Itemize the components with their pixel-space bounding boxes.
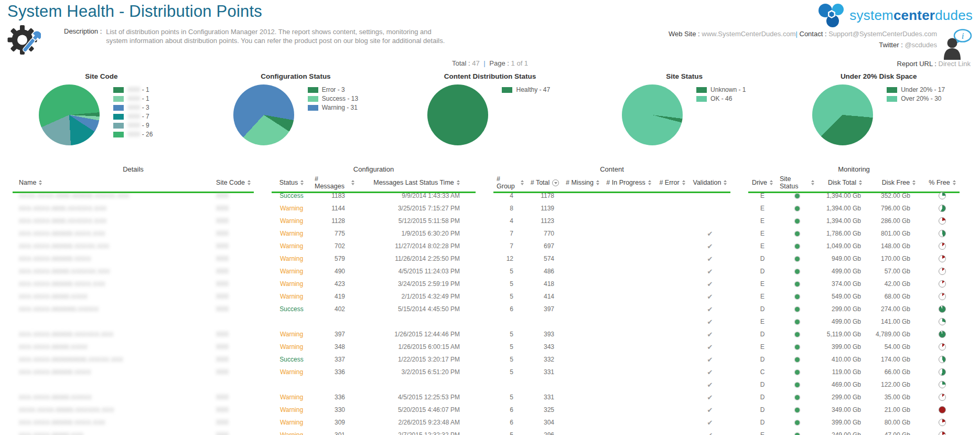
dp-error-count bbox=[655, 290, 690, 303]
dp-in-progress-count bbox=[602, 341, 655, 353]
dp-messages: 702 bbox=[311, 240, 358, 252]
dp-last-status-time: 5/12/2015 5:11:58 PM bbox=[358, 215, 476, 227]
legend-item: OK - 46 bbox=[696, 96, 747, 102]
table-row[interactable]: XXX-XXXX-00000.XXXX XXX Warning 419 2/1/… bbox=[13, 290, 964, 303]
dp-missing-count bbox=[563, 378, 602, 391]
sort-icon[interactable] bbox=[596, 180, 599, 185]
dp-last-status-time: 3/24/2015 2:59:19 PM bbox=[358, 278, 476, 290]
website-label: Web Site : bbox=[669, 30, 700, 38]
dp-drive: E bbox=[748, 278, 777, 290]
dp-error-count bbox=[655, 429, 690, 435]
dp-error-count bbox=[655, 378, 690, 391]
sort-icon[interactable] bbox=[953, 180, 956, 185]
validation-check-icon: ✔ bbox=[690, 328, 730, 341]
validation-check-icon: ✔ bbox=[690, 429, 730, 435]
site-status-dot-icon bbox=[777, 290, 817, 303]
table-row[interactable]: ✔ E 499.00 Gb 141.00 Gb bbox=[13, 315, 964, 328]
legend-count: - 17 bbox=[932, 87, 945, 93]
site-status-dot-icon bbox=[777, 353, 817, 366]
dp-site-code: XXX bbox=[191, 341, 254, 353]
dp-status: Warning bbox=[272, 252, 311, 265]
sort-icon[interactable] bbox=[39, 180, 42, 185]
sort-icon[interactable] bbox=[521, 180, 524, 185]
report-url-link[interactable]: Direct Link bbox=[939, 60, 971, 68]
validation-check-icon: ✔ bbox=[690, 391, 730, 404]
dp-drive: D bbox=[748, 416, 777, 429]
dp-missing-count bbox=[563, 252, 602, 265]
dp-disk-free: 286.00 Gb bbox=[873, 215, 925, 227]
legend-swatch bbox=[502, 87, 512, 93]
table-row[interactable]: XXX-XXXX-000000.XXXX.XXX XXX Warning 775… bbox=[13, 227, 964, 240]
table-row[interactable]: XXX-XXXX-000000.XXXX XXX Warning 579 11/… bbox=[13, 252, 964, 265]
dp-last-status-time bbox=[358, 378, 476, 391]
dp-last-status-time: 1/26/2015 6:00:15 AM bbox=[358, 341, 476, 353]
sort-icon[interactable] bbox=[648, 180, 651, 185]
dp-error-count bbox=[655, 341, 690, 353]
table-row[interactable]: XXX-XXXX-00000.XXX XXX Warning 301 2/7/2… bbox=[13, 429, 964, 435]
dp-group-count: 5 bbox=[493, 391, 527, 404]
sort-icon[interactable] bbox=[457, 180, 460, 185]
sort-icon[interactable] bbox=[351, 180, 354, 185]
website-link[interactable]: www.SystemCenterDudes.com bbox=[702, 30, 795, 38]
table-row[interactable]: XXX-XXXX-000000.XXXX.XXX XXX Warning 309… bbox=[13, 416, 964, 429]
dp-group-count: 5 bbox=[493, 290, 527, 303]
table-row[interactable]: XXX-XXXX-0000.XXXXXX.XXX XXX Warning 112… bbox=[13, 215, 964, 227]
sort-icon[interactable] bbox=[770, 180, 773, 185]
contact-link[interactable]: Support@SystemCenterDudes.com bbox=[828, 30, 937, 38]
dp-in-progress-count bbox=[602, 416, 655, 429]
dp-drive: D bbox=[748, 378, 777, 391]
dp-in-progress-count bbox=[602, 353, 655, 366]
table-row[interactable]: XXXX-XXXX-00000.XXXXXX.XXX XXX Warning 3… bbox=[13, 404, 964, 416]
table-row[interactable]: XXX-XXXX-0000000.XXXXX XXX Success 402 5… bbox=[13, 303, 964, 315]
table-row[interactable]: XXXX-XXXX-0000-000000.XXXXX.XXX XXX Succ… bbox=[13, 189, 964, 202]
sort-icon[interactable] bbox=[682, 180, 685, 185]
dp-in-progress-count bbox=[602, 328, 655, 341]
legend-label: Error bbox=[322, 87, 336, 93]
dp-disk-free: 122.00 Gb bbox=[873, 378, 925, 391]
dp-disk-total: 374.00 Gb bbox=[817, 278, 873, 290]
table-row[interactable]: XXX-XXXX-000000.XXXXXX.XXX XXX Warning 3… bbox=[13, 328, 964, 341]
sort-icon[interactable] bbox=[912, 180, 916, 185]
table-row[interactable]: ✔ D 469.00 Gb 122.00 Gb bbox=[13, 378, 964, 391]
table-row[interactable]: XXX-XXXX-000000.XXXXX.XXX XXX Warning 70… bbox=[13, 240, 964, 252]
sort-icon[interactable] bbox=[724, 180, 727, 185]
dp-group-count: 5 bbox=[493, 341, 527, 353]
pct-free-pie-icon bbox=[925, 227, 960, 240]
sort-desc-icon[interactable] bbox=[552, 179, 559, 186]
table-row[interactable]: XXX-XXXX-0000000000.XXXXX.XXX XXX Succes… bbox=[13, 353, 964, 366]
brand-logo-icon bbox=[817, 3, 846, 27]
dp-error-count bbox=[655, 353, 690, 366]
section-content: Content bbox=[493, 163, 730, 175]
description-text: List of distribution points in Configura… bbox=[106, 27, 451, 57]
sort-icon[interactable] bbox=[247, 180, 251, 185]
dp-error-count bbox=[655, 328, 690, 341]
legend-count: - 47 bbox=[537, 87, 550, 93]
dp-disk-free: 170.00 Gb bbox=[873, 252, 925, 265]
table-row[interactable]: XXX-XXXX-00000.XXXX XXX Warning 348 1/26… bbox=[13, 341, 964, 353]
dp-in-progress-count bbox=[602, 227, 655, 240]
table-row[interactable]: XXX-XXXX-000000.XXXX.XXX XXX Warning 423… bbox=[13, 278, 964, 290]
table-row[interactable]: XXX-XXXX-00000.XXXXXX.XXX XXX Warning 49… bbox=[13, 265, 964, 278]
dp-status: Warning bbox=[272, 429, 311, 435]
dp-in-progress-count bbox=[602, 366, 655, 378]
sort-icon[interactable] bbox=[859, 180, 862, 185]
dp-drive: E bbox=[748, 215, 777, 227]
dp-total-count: 574 bbox=[527, 252, 563, 265]
dp-last-status-time: 4/5/2015 12:25:53 PM bbox=[358, 391, 476, 404]
dp-in-progress-count bbox=[602, 252, 655, 265]
section-configuration: Configuration bbox=[272, 163, 476, 175]
table-row[interactable]: XXX-XXXX-00000.XXXXX XXX Warning 336 4/5… bbox=[13, 391, 964, 404]
table-row[interactable]: XXX-XXXX-0000.XXXXXX.XXX XXX Warning 114… bbox=[13, 202, 964, 215]
sort-icon[interactable] bbox=[811, 180, 814, 185]
pct-free-pie-icon bbox=[925, 353, 960, 366]
dp-status bbox=[272, 315, 311, 328]
dp-disk-free: 141.00 Gb bbox=[873, 315, 925, 328]
pct-free-pie-icon bbox=[925, 391, 960, 404]
sort-icon[interactable] bbox=[300, 180, 304, 185]
dp-last-status-time: 4/5/2015 11:24:03 PM bbox=[358, 265, 476, 278]
validation-check-icon: ✔ bbox=[690, 252, 730, 265]
legend-label: Under 20% bbox=[901, 87, 932, 93]
table-row[interactable]: XXX-XXXX-000000.XXXX XXX Warning 336 3/2… bbox=[13, 366, 964, 378]
site-code-legend: XXX - 1XXX - 1XXX - 3XXX - 7XXX - 9XXX -… bbox=[113, 87, 164, 145]
twitter-link[interactable]: @scdudes bbox=[904, 41, 937, 49]
